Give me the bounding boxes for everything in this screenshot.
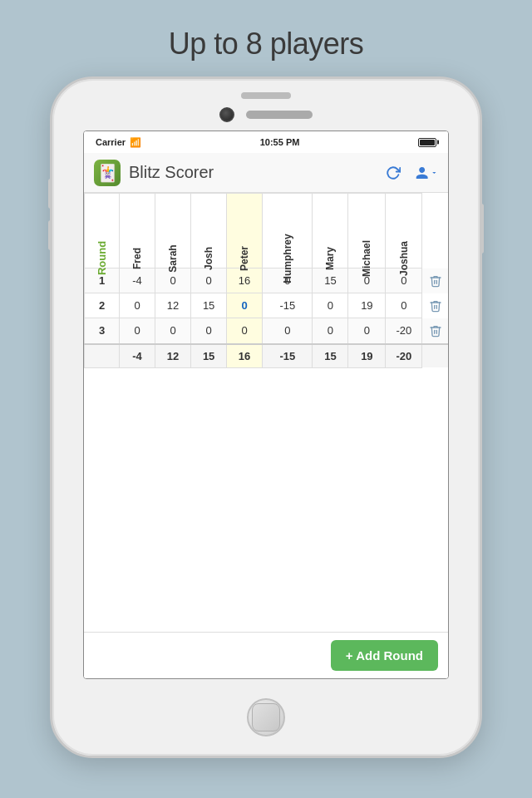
total-cell: 12 <box>155 344 190 368</box>
add-round-button[interactable]: + Add Round <box>331 640 438 671</box>
nav-bar: 🃏 Blitz Scorer <box>84 153 448 193</box>
round-number: 2 <box>85 293 120 318</box>
score-cell[interactable]: 19 <box>348 293 386 318</box>
header-peter: Peter <box>227 194 263 268</box>
score-cell[interactable]: 12 <box>155 293 190 318</box>
score-cell[interactable]: 0 <box>191 268 227 293</box>
score-cell[interactable]: 16 <box>227 268 263 293</box>
total-cell: -4 <box>120 344 155 368</box>
delete-button[interactable] <box>424 323 446 338</box>
table-row: 1-4001601500 <box>85 268 449 293</box>
total-cell: -20 <box>386 344 422 368</box>
score-cell[interactable]: 0 <box>263 318 313 344</box>
earpiece <box>246 111 313 119</box>
volume-up-button[interactable] <box>48 179 52 209</box>
total-cell: 16 <box>227 344 263 368</box>
total-cell: 19 <box>348 344 386 368</box>
total-cell: 15 <box>191 344 227 368</box>
battery-fill <box>420 140 435 145</box>
score-cell[interactable]: -15 <box>263 293 313 318</box>
volume-down-button[interactable] <box>48 220 52 250</box>
table-row: 2012150-150190 <box>85 293 449 318</box>
score-cell[interactable]: 0 <box>386 293 422 318</box>
front-camera <box>219 107 234 122</box>
delete-cell <box>422 268 448 293</box>
score-cell[interactable]: 0 <box>348 318 386 344</box>
user-menu-button[interactable] <box>415 161 438 185</box>
score-cell[interactable]: 0 <box>313 293 348 318</box>
header-round: Round <box>85 194 120 268</box>
screen: Carrier 📶 10:55 PM 🃏 Blitz Scorer <box>83 131 449 679</box>
battery-icon <box>418 138 436 147</box>
header-sarah: Sarah <box>155 194 190 268</box>
app-title-label: Blitz Scorer <box>129 163 382 182</box>
score-cell[interactable]: 0 <box>227 318 263 344</box>
score-cell[interactable]: 15 <box>191 293 227 318</box>
header-joshua: Joshua <box>386 194 422 268</box>
home-button-inner <box>252 703 280 732</box>
power-button[interactable] <box>480 204 484 254</box>
total-cell: 15 <box>313 344 348 368</box>
table-row: 30000000-20 <box>85 318 449 344</box>
header-josh: Josh <box>191 194 227 268</box>
carrier-label: Carrier <box>96 137 126 147</box>
score-cell[interactable]: 0 <box>191 318 227 344</box>
page-title: Up to 8 players <box>169 27 364 62</box>
total-cell: -15 <box>263 344 313 368</box>
phone-top <box>52 79 480 122</box>
header-humphrey: Humphrey <box>263 194 313 268</box>
totals-label <box>85 344 120 368</box>
score-table-container[interactable]: Round Fred Sarah Josh Peter <box>84 193 448 632</box>
delete-button[interactable] <box>424 298 446 313</box>
score-cell[interactable]: 0 <box>155 318 190 344</box>
score-table: Round Fred Sarah Josh Peter <box>84 193 448 368</box>
round-number: 3 <box>85 318 120 344</box>
score-cell[interactable]: 0 <box>227 293 263 318</box>
delete-cell <box>422 293 448 318</box>
header-mary: Mary <box>313 194 348 268</box>
app-icon: 🃏 <box>94 160 121 186</box>
score-cell[interactable]: 0 <box>120 318 155 344</box>
top-speaker <box>241 92 291 99</box>
home-button[interactable] <box>247 698 285 736</box>
status-bar: Carrier 📶 10:55 PM <box>84 131 448 153</box>
score-cell[interactable]: -20 <box>386 318 422 344</box>
score-cell[interactable]: 0 <box>313 318 348 344</box>
delete-button[interactable] <box>424 273 446 288</box>
nav-icons <box>382 161 438 185</box>
header-fred: Fred <box>120 194 155 268</box>
score-cell[interactable]: -4 <box>120 268 155 293</box>
wifi-icon: 📶 <box>130 137 141 148</box>
refresh-button[interactable] <box>382 161 405 185</box>
header-michael: Michael <box>348 194 386 268</box>
phone-shell: Carrier 📶 10:55 PM 🃏 Blitz Scorer <box>50 76 482 758</box>
phone-bottom <box>247 679 285 756</box>
totals-delete-placeholder <box>422 344 448 368</box>
score-cell[interactable]: 0 <box>120 293 155 318</box>
bottom-bar: + Add Round <box>84 632 448 678</box>
header-delete <box>422 194 448 268</box>
delete-cell <box>422 318 448 344</box>
time-label: 10:55 PM <box>260 137 300 147</box>
app-icon-symbol: 🃏 <box>97 163 118 183</box>
score-cell[interactable]: 15 <box>313 268 348 293</box>
